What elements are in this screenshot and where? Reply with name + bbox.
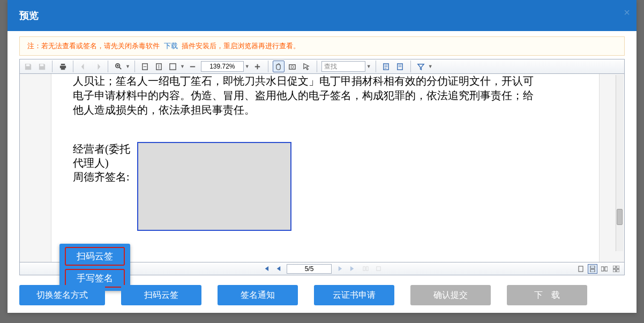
svg-rect-13 (590, 269, 595, 272)
svg-rect-4 (289, 64, 295, 69)
svg-point-5 (291, 65, 294, 68)
search-dropdown-icon[interactable]: ▼ (366, 64, 371, 69)
fit-dropdown-icon[interactable]: ▼ (180, 64, 185, 69)
scan-sign-button[interactable]: 扫码云签 (121, 285, 201, 305)
svg-rect-12 (590, 266, 595, 268)
svg-rect-8 (363, 267, 365, 271)
svg-rect-15 (605, 267, 608, 271)
print-icon[interactable] (57, 61, 69, 72)
next-page-icon[interactable] (335, 264, 345, 274)
popover-scan-sign[interactable]: 扫码云签 (65, 247, 125, 266)
vertical-scrollbar[interactable] (616, 75, 623, 251)
doc-tool1-icon[interactable] (380, 61, 392, 72)
zoom-dropdown-icon[interactable]: ▼ (125, 64, 130, 69)
document-viewport[interactable]: 人贝让；笙名人一绍电丁笙石，即恍刀共水日促文」电丁甲捐材科相有效的分仂证明文什，… (19, 74, 625, 262)
last-page-icon[interactable] (348, 264, 357, 274)
confirm-submit-button: 确认提交 (410, 285, 491, 305)
zoom-in-icon[interactable] (252, 61, 264, 72)
view-facing-cont-icon[interactable] (611, 264, 621, 274)
filter-dropdown-icon[interactable]: ▼ (428, 64, 433, 69)
bottom-button-bar: 切换签名方式 扫码云签 签名通知 云证书申请 确认提交 下 载 (19, 285, 625, 305)
document-page: 人贝让；笙名人一绍电丁笙石，即恍刀共水日促文」电丁甲捐材科相有效的分仂证明文什，… (51, 74, 600, 262)
svg-rect-14 (601, 267, 604, 271)
view-single-icon[interactable] (576, 264, 586, 274)
signature-box[interactable] (137, 142, 291, 231)
svg-rect-16 (613, 266, 616, 268)
fit-page-icon[interactable] (167, 61, 179, 72)
close-icon[interactable]: × (624, 6, 630, 19)
snapshot-icon[interactable] (287, 61, 298, 72)
fit-height-icon[interactable] (153, 61, 165, 72)
preview-window: 预览 × 注：若无法查看或签名，请先关闭杀毒软件 下载 插件安装后，重启浏览器再… (8, 0, 636, 313)
titlebar: 预览 × (8, 0, 636, 31)
signature-method-popover: 扫码云签 手写签名 (59, 244, 130, 291)
svg-rect-19 (617, 269, 619, 272)
svg-rect-11 (579, 266, 583, 272)
switch-signature-button[interactable]: 切换签名方式 (19, 285, 105, 305)
save-icon[interactable] (22, 61, 34, 72)
svg-rect-9 (366, 267, 368, 271)
download-button: 下 载 (507, 285, 587, 305)
svg-rect-18 (613, 269, 616, 272)
window-title: 预览 (19, 9, 39, 22)
svg-rect-10 (376, 267, 380, 271)
pdf-toolbar: ▼ ▼ 139.72% ▼ 查找 ▼ ▼ (19, 59, 625, 74)
notice-text-after: 插件安装后，重启浏览器再进行查看。 (182, 42, 300, 50)
page-extra2-icon[interactable] (373, 264, 383, 274)
search-input[interactable]: 查找 (321, 61, 365, 72)
page-extra1-icon[interactable] (361, 264, 370, 274)
document-text: 人贝让；笙名人一绍电丁笙石，即恍刀共水日促文」电丁甲捐材科相有效的分仂证明文什，… (51, 74, 599, 117)
save-as-icon[interactable] (36, 61, 48, 72)
notice-bar: 注：若无法查看或签名，请先关闭杀毒软件 下载 插件安装后，重启浏览器再进行查看。 (19, 36, 625, 56)
zoom-value-dropdown-icon[interactable]: ▼ (245, 64, 250, 69)
notice-text-before: 注：若无法查看或签名，请先关闭杀毒软件 (27, 42, 162, 50)
svg-rect-3 (170, 63, 176, 69)
prev-page-icon[interactable] (274, 264, 283, 274)
rotate-left-icon[interactable] (78, 61, 89, 72)
page-indicator[interactable]: 5/5 (287, 264, 332, 274)
signature-label: 经营者(委托 代理人) 周德齐签名: (73, 142, 137, 231)
first-page-icon[interactable] (261, 264, 271, 274)
select-tool-icon[interactable] (301, 61, 312, 72)
zoom-value[interactable]: 139.72% (201, 61, 244, 72)
filter-icon[interactable] (415, 61, 427, 72)
hand-tool-icon[interactable] (273, 61, 284, 72)
zoom-tool-icon[interactable] (113, 61, 124, 72)
download-plugin-link[interactable]: 下载 (164, 42, 178, 50)
cloud-cert-button[interactable]: 云证书申请 (314, 285, 394, 305)
sign-notify-button[interactable]: 签名通知 (218, 285, 298, 305)
view-continuous-icon[interactable] (588, 264, 597, 274)
zoom-out-icon[interactable] (187, 61, 199, 72)
fit-width-icon[interactable] (139, 61, 151, 72)
svg-rect-17 (617, 266, 619, 268)
view-facing-icon[interactable] (600, 264, 609, 274)
scrollbar-thumb[interactable] (617, 209, 623, 225)
doc-tool2-icon[interactable] (394, 61, 406, 72)
rotate-right-icon[interactable] (92, 61, 103, 72)
